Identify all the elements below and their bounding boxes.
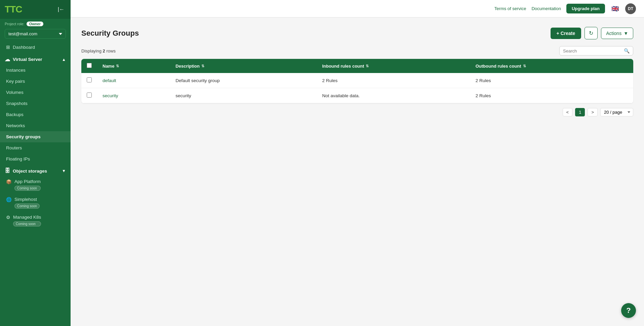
row-checkbox[interactable] [87, 77, 92, 82]
row-checkbox-cell[interactable] [81, 88, 97, 103]
sort-outbound-icon: ⇅ [523, 64, 526, 68]
page-header: Security Groups + Create ↻ Actions ▼ [81, 27, 633, 39]
search-icon: 🔍 [624, 48, 630, 53]
row-checkbox-cell[interactable] [81, 73, 97, 88]
actions-button[interactable]: Actions ▼ [601, 28, 633, 39]
help-button[interactable]: ? [621, 303, 636, 318]
simplehost-label: Simplehost [14, 197, 40, 202]
documentation-link[interactable]: Documentation [531, 6, 561, 11]
sidebar-item-security-groups[interactable]: Security groups [0, 131, 71, 142]
displaying-count: Displaying 2 rows [81, 48, 116, 53]
main-content: Terms of service Documentation Upgrade p… [71, 0, 644, 326]
sidebar: TTC |← Project role: Owner test@mail.com… [0, 0, 71, 326]
row-outbound-count-cell: 2 Rules [470, 88, 633, 103]
virtual-server-section[interactable]: ☁ Virtual Server ▲ [0, 53, 71, 65]
table-header-row: Name ⇅ Description ⇅ Inbound rules count [81, 59, 633, 73]
sidebar-item-dashboard[interactable]: ⊞ Dashboard [0, 41, 71, 53]
select-all-cell[interactable] [81, 59, 97, 73]
app-platform-icon: 📦 [6, 179, 12, 184]
sidebar-item-security-groups-label: Security groups [6, 134, 41, 139]
table-toolbar: Displaying 2 rows 🔍 [81, 46, 633, 56]
sort-description-icon: ⇅ [201, 64, 204, 68]
sidebar-item-key-pairs[interactable]: Key pairs [0, 76, 71, 87]
sidebar-header: TTC |← [0, 0, 71, 19]
search-input[interactable] [563, 48, 622, 53]
object-storages-section[interactable]: 🗄 Object storages ▼ [0, 165, 71, 176]
account-select[interactable]: test@mail.com [5, 29, 66, 39]
language-flag-icon[interactable]: 🇬🇧 [610, 5, 620, 12]
sidebar-item-snapshots[interactable]: Snapshots [0, 98, 71, 109]
sidebar-item-floating-ips[interactable]: Floating IPs [0, 153, 71, 165]
row-name-cell[interactable]: default [97, 73, 170, 88]
managed-k8s-badge: Coming soon [13, 221, 41, 226]
terms-of-service-link[interactable]: Terms of service [494, 6, 526, 11]
sidebar-item-managed-k8s[interactable]: ⚙ Managed K8s Coming soon [0, 212, 71, 229]
sidebar-item-instances[interactable]: Instances [0, 65, 71, 76]
chevron-down-icon: ▼ [623, 31, 628, 36]
dashboard-label: Dashboard [13, 45, 35, 50]
cloud-icon: ☁ [5, 56, 10, 63]
help-icon: ? [626, 306, 631, 315]
sidebar-item-routers-label: Routers [6, 145, 22, 150]
header-actions: + Create ↻ Actions ▼ [551, 27, 633, 39]
project-role-label: Project role: [5, 22, 25, 26]
sidebar-item-simplehost[interactable]: 🌐 Simplehost Coming soon [0, 194, 71, 212]
sidebar-item-volumes-label: Volumes [6, 90, 24, 95]
row-name-cell[interactable]: security [97, 88, 170, 103]
page-content: Security Groups + Create ↻ Actions ▼ Dis… [71, 17, 644, 326]
table-row: default Default security group 2 Rules 2… [81, 73, 633, 88]
th-name[interactable]: Name ⇅ [97, 59, 170, 73]
row-description-cell: security [170, 88, 317, 103]
simplehost-icon: 🌐 [6, 197, 12, 202]
row-inbound-count-cell: Not available data. [317, 88, 470, 103]
select-all-checkbox[interactable] [87, 63, 92, 68]
sidebar-item-snapshots-label: Snapshots [6, 101, 28, 106]
user-avatar[interactable]: DT [625, 3, 636, 14]
owner-badge: Owner [27, 22, 43, 26]
virtual-server-label: Virtual Server [13, 57, 42, 62]
logo: TTC [5, 4, 22, 15]
row-inbound-count-cell: 2 Rules [317, 73, 470, 88]
actions-label: Actions [606, 31, 621, 36]
sidebar-item-floating-ips-label: Floating IPs [6, 156, 30, 161]
managed-k8s-label: Managed K8s [13, 215, 41, 220]
th-inbound-rules-count[interactable]: Inbound rules count ⇅ [317, 59, 470, 73]
collapse-sidebar-button[interactable]: |← [56, 5, 66, 14]
create-button[interactable]: + Create [551, 28, 581, 39]
sidebar-item-app-platform[interactable]: 📦 App Platform Coming soon [0, 176, 71, 194]
object-storages-label: Object storages [13, 169, 47, 174]
sidebar-item-backups[interactable]: Backups [0, 109, 71, 120]
th-description[interactable]: Description ⇅ [170, 59, 317, 73]
row-name-link[interactable]: default [103, 78, 116, 83]
sidebar-item-backups-label: Backups [6, 112, 24, 117]
sort-inbound-icon: ⇅ [366, 64, 369, 68]
next-page-button[interactable]: > [588, 108, 598, 116]
sidebar-item-routers[interactable]: Routers [0, 142, 71, 153]
upgrade-plan-button[interactable]: Upgrade plan [566, 4, 605, 13]
row-checkbox[interactable] [87, 93, 92, 98]
search-box: 🔍 [559, 46, 633, 56]
refresh-button[interactable]: ↻ [585, 27, 598, 39]
table-row: security security Not available data. 2 … [81, 88, 633, 103]
sidebar-item-instances-label: Instances [6, 68, 26, 73]
per-page-select[interactable]: 20 / page 50 / page 100 / page [600, 108, 633, 116]
row-description-cell: Default security group [170, 73, 317, 88]
sidebar-item-networks[interactable]: Networks [0, 120, 71, 131]
app-platform-badge: Coming soon [14, 186, 41, 191]
security-groups-table: Name ⇅ Description ⇅ Inbound rules count [81, 59, 633, 103]
app-platform-label: App Platform [14, 179, 41, 184]
refresh-icon: ↻ [589, 30, 593, 36]
sidebar-item-volumes[interactable]: Volumes [0, 87, 71, 98]
managed-k8s-icon: ⚙ [6, 215, 10, 220]
chevron-up-icon: ▲ [62, 57, 66, 62]
row-outbound-count-cell: 2 Rules [470, 73, 633, 88]
th-outbound-rules-count[interactable]: Outbound rules count ⇅ [470, 59, 633, 73]
grid-icon: ⊞ [6, 44, 10, 50]
simplehost-badge: Coming soon [14, 204, 40, 209]
sidebar-item-networks-label: Networks [6, 123, 25, 128]
row-name-link[interactable]: security [103, 93, 118, 98]
current-page-button[interactable]: 1 [575, 108, 585, 116]
chevron-down-icon: ▼ [62, 169, 66, 173]
prev-page-button[interactable]: < [563, 108, 573, 116]
sidebar-item-key-pairs-label: Key pairs [6, 79, 25, 84]
